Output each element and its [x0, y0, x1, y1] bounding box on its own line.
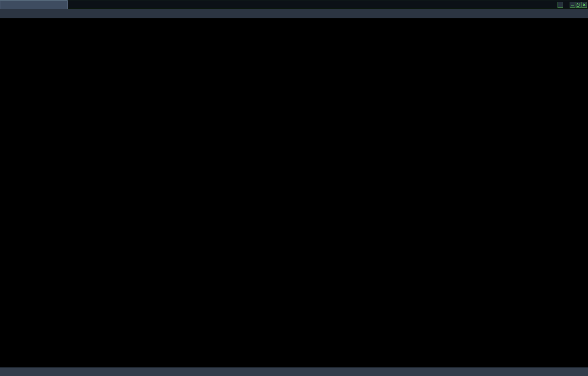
minimize-icon — [571, 6, 574, 6]
close-button[interactable] — [581, 2, 587, 8]
menu-bar — [0, 9, 588, 18]
restore-button[interactable] — [576, 2, 581, 8]
polyworks-window — [0, 0, 588, 376]
cursor-position — [250, 368, 251, 376]
minimize-button[interactable] — [570, 2, 575, 8]
map-canvas[interactable] — [0, 18, 588, 367]
window-title-tab[interactable] — [0, 0, 68, 9]
status-bar — [0, 367, 588, 376]
title-bar — [0, 0, 588, 8]
help-button[interactable] — [557, 2, 563, 8]
